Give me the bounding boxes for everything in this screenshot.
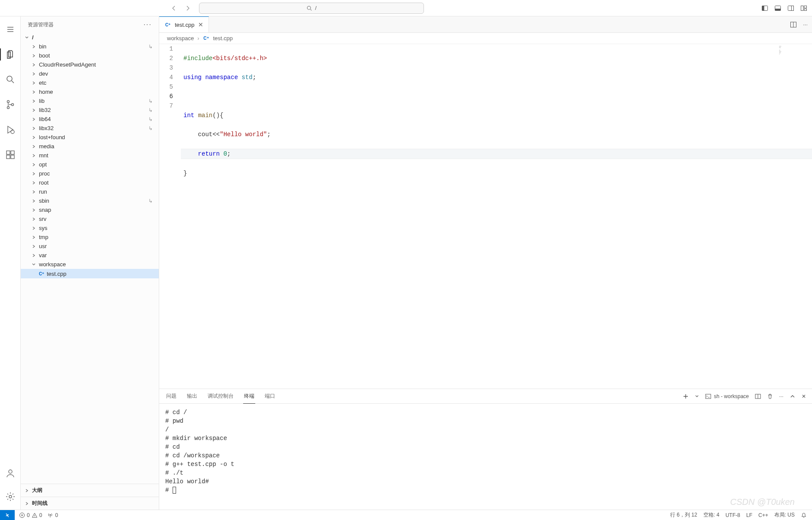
panel-close-icon[interactable]: ✕ bbox=[802, 393, 806, 399]
source-control-tab[interactable] bbox=[0, 96, 21, 113]
tree-folder[interactable]: dev bbox=[21, 69, 159, 78]
more-actions-button[interactable]: ··· bbox=[803, 21, 808, 28]
status-encoding[interactable]: UTF-8 bbox=[725, 512, 740, 518]
tree-folder[interactable]: root bbox=[21, 178, 159, 187]
split-editor-icon[interactable] bbox=[790, 21, 797, 28]
code-editor[interactable]: 1 2 3 4 5 6 7 #include<bits/stdc++.h> us… bbox=[159, 44, 812, 389]
file-tree: / bin↳ boot CloudrResetPwdAgent dev etc … bbox=[21, 33, 159, 484]
panel-tab-terminal[interactable]: 终端 bbox=[243, 389, 255, 404]
terminal-cursor bbox=[173, 487, 176, 494]
explorer-tab[interactable] bbox=[0, 46, 21, 63]
tree-folder[interactable]: proc bbox=[21, 169, 159, 178]
tree-folder[interactable]: var bbox=[21, 251, 159, 260]
status-notifications-icon[interactable] bbox=[801, 512, 807, 518]
tree-folder[interactable]: srv bbox=[21, 214, 159, 223]
root-label: / bbox=[32, 34, 34, 41]
nav-back-button[interactable] bbox=[168, 2, 180, 14]
tree-folder[interactable]: run bbox=[21, 187, 159, 196]
svg-rect-16 bbox=[6, 155, 10, 159]
kill-terminal-icon[interactable] bbox=[767, 393, 773, 399]
layout-toggle-secondary-sidebar-icon[interactable] bbox=[786, 3, 796, 13]
breadcrumb[interactable]: workspace › C⁺ test.cpp bbox=[159, 33, 812, 44]
bottom-panel: 问题 输出 调试控制台 终端 端口 sh - workspace ··· ✕ bbox=[159, 389, 812, 510]
tree-file-test-cpp[interactable]: C⁺test.cpp bbox=[21, 269, 159, 278]
remote-button[interactable] bbox=[0, 510, 15, 520]
status-cursor-position[interactable]: 行 6，列 12 bbox=[670, 511, 697, 519]
radio-tower-icon bbox=[47, 512, 53, 518]
svg-point-19 bbox=[9, 470, 12, 473]
status-ports[interactable]: 0 bbox=[47, 512, 58, 518]
terminal-shell-label[interactable]: sh - workspace bbox=[705, 393, 749, 399]
tree-folder[interactable]: sbin↳ bbox=[21, 196, 159, 205]
panel-tab-ports[interactable]: 端口 bbox=[264, 389, 276, 403]
panel-maximize-icon[interactable] bbox=[790, 393, 796, 399]
chevron-right-icon: › bbox=[197, 35, 199, 41]
tree-folder[interactable]: lost+found bbox=[21, 133, 159, 142]
svg-rect-7 bbox=[801, 6, 804, 10]
status-language[interactable]: C++ bbox=[758, 512, 768, 518]
tree-folder[interactable]: tmp bbox=[21, 233, 159, 242]
panel-tab-output[interactable]: 输出 bbox=[186, 389, 198, 403]
terminal-dropdown-icon[interactable] bbox=[695, 394, 699, 399]
command-center[interactable]: / bbox=[199, 3, 424, 14]
tree-folder[interactable]: lib64↳ bbox=[21, 115, 159, 124]
tree-folder-workspace[interactable]: workspace bbox=[21, 260, 159, 269]
status-layout[interactable]: 布局: US bbox=[774, 511, 795, 519]
svg-rect-4 bbox=[775, 9, 781, 11]
status-bar: 0 0 0 行 6，列 12 空格: 4 UTF-8 LF C++ 布局: US bbox=[0, 510, 812, 520]
menu-button[interactable] bbox=[0, 21, 21, 38]
cpp-file-icon: C⁺ bbox=[164, 21, 171, 28]
tree-folder[interactable]: usr bbox=[21, 242, 159, 251]
tree-root[interactable]: / bbox=[21, 33, 159, 42]
title-bar: / bbox=[0, 0, 812, 16]
tab-close-button[interactable]: ✕ bbox=[198, 21, 203, 28]
minimap[interactable]: █████████████████ bbox=[777, 44, 812, 389]
customize-layout-icon[interactable] bbox=[799, 3, 809, 13]
layout-toggle-primary-sidebar-icon[interactable] bbox=[760, 3, 770, 13]
editor-area: C⁺ test.cpp ✕ ··· workspace › C⁺ test.cp… bbox=[159, 16, 812, 510]
svg-rect-8 bbox=[804, 6, 807, 8]
tree-folder[interactable]: lib↳ bbox=[21, 96, 159, 105]
status-problems[interactable]: 0 0 bbox=[19, 512, 42, 518]
terminal-icon bbox=[705, 393, 711, 399]
settings-button[interactable] bbox=[0, 488, 21, 505]
tree-folder[interactable]: CloudrResetPwdAgent bbox=[21, 60, 159, 69]
new-terminal-button[interactable] bbox=[683, 393, 689, 399]
tree-folder[interactable]: libx32↳ bbox=[21, 124, 159, 133]
tree-folder[interactable]: home bbox=[21, 87, 159, 96]
search-icon bbox=[306, 5, 312, 11]
activity-bar bbox=[0, 16, 21, 510]
run-debug-tab[interactable] bbox=[0, 121, 21, 138]
tree-folder[interactable]: etc bbox=[21, 78, 159, 87]
tree-folder[interactable]: opt bbox=[21, 160, 159, 169]
svg-point-20 bbox=[9, 495, 12, 498]
search-tab[interactable] bbox=[0, 71, 21, 88]
split-terminal-icon[interactable] bbox=[755, 393, 761, 399]
tree-folder[interactable]: boot bbox=[21, 51, 159, 60]
code-content[interactable]: #include<bits/stdc++.h> using namespace … bbox=[181, 44, 812, 389]
tree-folder[interactable]: sys bbox=[21, 223, 159, 233]
tree-folder[interactable]: media bbox=[21, 142, 159, 151]
timeline-section[interactable]: 时间线 bbox=[21, 497, 159, 510]
outline-section[interactable]: 大纲 bbox=[21, 484, 159, 497]
tree-folder[interactable]: mnt bbox=[21, 151, 159, 160]
breadcrumb-item[interactable]: test.cpp bbox=[213, 35, 233, 41]
tab-test-cpp[interactable]: C⁺ test.cpp ✕ bbox=[159, 16, 209, 32]
panel-more-button[interactable]: ··· bbox=[779, 393, 783, 399]
nav-forward-button[interactable] bbox=[182, 2, 194, 14]
extensions-tab[interactable] bbox=[0, 146, 21, 163]
status-indentation[interactable]: 空格: 4 bbox=[703, 511, 719, 519]
svg-rect-2 bbox=[762, 6, 764, 10]
tree-folder[interactable]: lib32↳ bbox=[21, 105, 159, 115]
panel-tab-debug-console[interactable]: 调试控制台 bbox=[207, 389, 234, 403]
accounts-button[interactable] bbox=[0, 465, 21, 482]
status-eol[interactable]: LF bbox=[746, 512, 752, 518]
panel-tab-problems[interactable]: 问题 bbox=[165, 389, 177, 403]
tree-folder[interactable]: snap bbox=[21, 205, 159, 214]
search-placeholder: / bbox=[315, 5, 317, 11]
terminal-output[interactable]: # cd / # pwd / # mkdir workspace # cd # … bbox=[159, 404, 812, 510]
sidebar-more-button[interactable]: ··· bbox=[144, 21, 152, 29]
tree-folder[interactable]: bin↳ bbox=[21, 42, 159, 51]
layout-toggle-panel-icon[interactable] bbox=[773, 3, 783, 13]
breadcrumb-item[interactable]: workspace bbox=[167, 35, 194, 41]
